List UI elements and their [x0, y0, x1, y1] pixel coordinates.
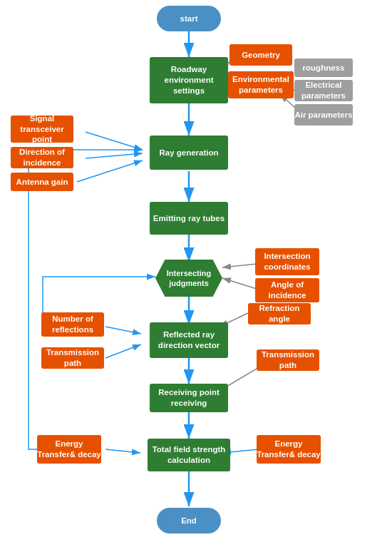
antenna-node: Antenna gain	[11, 173, 73, 191]
signal-node: Signal transceiver point	[11, 116, 73, 143]
reflected-node: Reflected ray direction vector	[150, 322, 228, 358]
svg-line-14	[222, 264, 257, 267]
direction-node: Direction of incidence	[11, 147, 73, 168]
energy-left-node: Energy Transfer& decay	[37, 435, 101, 464]
air-node: Air parameters	[294, 104, 353, 126]
transmission-left-node: Transmission path	[41, 347, 104, 369]
roughness-node: roughness	[294, 58, 353, 77]
start-node: start	[157, 6, 221, 31]
total-field-node: Total field strength calculation	[148, 439, 230, 471]
ray-gen-node: Ray generation	[150, 136, 228, 170]
end-node: End	[157, 508, 221, 533]
svg-line-15	[222, 278, 257, 289]
intersection-coords-node: Intersection coordinates	[255, 248, 319, 275]
flowchart-diagram: start Roadway environment settings Geome…	[0, 0, 392, 557]
svg-line-10	[86, 153, 143, 158]
emitting-node: Emitting ray tubes	[150, 202, 228, 235]
transmission-right-node: Transmission path	[257, 349, 319, 371]
geometry-node: Geometry	[229, 44, 292, 66]
svg-line-19	[105, 344, 141, 358]
num-reflections-node: Number of reflections	[41, 312, 104, 337]
intersecting-node: Intersecting judgments	[149, 260, 229, 297]
receiving-node: Receiving point receiving	[150, 384, 228, 412]
electrical-node: Electrical parameters	[294, 80, 353, 101]
env-params-node: Environmental parameters	[228, 71, 294, 98]
angle-incidence-node: Angle of incidence	[255, 278, 319, 302]
svg-line-9	[86, 132, 143, 150]
svg-line-18	[105, 327, 141, 334]
roadway-node: Roadway environment settings	[150, 57, 228, 103]
refraction-node: Refraction angle	[248, 303, 311, 325]
energy-right-node: Energy Transfer& decay	[257, 435, 321, 464]
svg-line-23	[105, 449, 140, 453]
svg-line-11	[77, 160, 143, 182]
